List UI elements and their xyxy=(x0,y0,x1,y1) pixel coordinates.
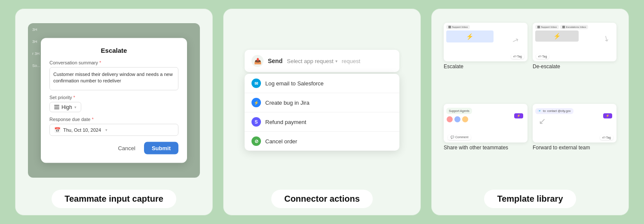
priority-label: Set priority * xyxy=(49,94,178,100)
card-label-1: Teammate input capture xyxy=(52,190,176,208)
required-asterisk-2: * xyxy=(74,94,75,100)
priority-lines-icon xyxy=(54,105,59,109)
template-item-escalate: Support Inbox ⚡ 🏷 Tag ↗ Escalate xyxy=(444,23,527,99)
priority-chevron: ▾ xyxy=(74,105,77,109)
template-thumb-forward[interactable]: 📧 to: contact @city.gov ↙ 🏷 Tag ⚡ xyxy=(533,104,616,142)
teammate-input-card: 3H 3H r 3H So... Escalate Conversation s… xyxy=(15,9,213,215)
send-icon: 📤 xyxy=(251,55,264,67)
template-item-deescalate: Support Inbox Escalations Inbox ⚡ � xyxy=(533,23,616,99)
modal-buttons: Cancel Submit xyxy=(49,142,178,154)
template-item-forward: 📧 to: contact @city.gov ↙ 🏷 Tag ⚡ Forwar… xyxy=(533,104,616,180)
template-item-share: Support Agents 💬 Comment ⚡ xyxy=(444,104,527,180)
calendar-icon: 📅 xyxy=(54,127,61,133)
card-label-3: Template library xyxy=(484,190,576,208)
avatar-3 xyxy=(462,116,469,123)
escalate-chip-support-label: Support Inbox xyxy=(452,26,468,28)
date-value: Thu, Oct 10, 2024 xyxy=(63,127,101,132)
tag-icon-escalate: 🏷 xyxy=(513,55,516,58)
card-visual-2: 📤 Send Select app request ▾ request ✉ Lo… xyxy=(232,18,412,183)
send-bar: 📤 Send Select app request ▾ request xyxy=(245,50,399,72)
template-thumb-share[interactable]: Support Agents 💬 Comment ⚡ xyxy=(444,104,527,142)
dropdown-menu: ✉ Log email to Salesforce ⚡ Create bug i… xyxy=(245,74,399,151)
tag-icon-deescalate: 🏷 xyxy=(538,55,541,58)
template-library-card: Support Inbox ⚡ 🏷 Tag ↗ Escalate xyxy=(431,9,629,215)
template-name-share: Share with other teammates xyxy=(444,145,527,151)
tag-badge-forward: 🏷 Tag xyxy=(600,135,613,140)
priority-value: High xyxy=(61,104,72,110)
forward-lightning-badge: ⚡ xyxy=(603,113,612,118)
stripe-icon: S xyxy=(251,117,261,127)
date-label: Response due date * xyxy=(49,116,178,121)
forward-lightning-icon: ⚡ xyxy=(603,113,612,118)
template-name-escalate: Escalate xyxy=(444,64,527,70)
tag-icon-forward: 🏷 xyxy=(602,136,605,139)
dropdown-item-stripe[interactable]: S Refund payment xyxy=(245,112,399,132)
select-placeholder: Select app request xyxy=(287,58,333,64)
card-visual-3: Support Inbox ⚡ 🏷 Tag ↗ Escalate xyxy=(440,18,620,183)
avatar-1 xyxy=(446,116,453,123)
dropdown-item-salesforce[interactable]: ✉ Log email to Salesforce xyxy=(245,74,399,93)
connector-visual: 📤 Send Select app request ▾ request ✉ Lo… xyxy=(232,18,412,183)
template-name-forward: Forward to external team xyxy=(533,145,616,151)
deescalate-lightning-icon: ⚡ xyxy=(553,33,561,39)
escalate-chip-support: Support Inbox xyxy=(446,25,470,29)
cancel-button[interactable]: Cancel xyxy=(113,142,140,154)
priority-badge[interactable]: High ▾ xyxy=(49,102,81,112)
share-avatars xyxy=(446,116,525,123)
deescalate-chip-support: Support Inbox xyxy=(535,25,559,29)
escalate-modal: Escalate Conversation summary * Customer… xyxy=(41,38,187,163)
jira-icon: ⚡ xyxy=(251,98,261,107)
dropdown-item-order[interactable]: ⊘ Cancel order xyxy=(245,132,399,151)
select-chevron-icon: ▾ xyxy=(335,59,337,64)
forward-chip-icon: 📧 xyxy=(538,109,542,113)
template-thumb-escalate[interactable]: Support Inbox ⚡ 🏷 Tag ↗ xyxy=(444,23,527,61)
required-asterisk: * xyxy=(99,60,101,65)
share-lightning-icon: ⚡ xyxy=(514,113,523,118)
connector-actions-card: 📤 Send Select app request ▾ request ✉ Lo… xyxy=(223,9,421,215)
send-select[interactable]: Select app request ▾ xyxy=(287,58,337,64)
order-label: Cancel order xyxy=(265,138,297,145)
escalate-lightning-icon: ⚡ xyxy=(466,33,473,40)
tag-badge-escalate: 🏷 Tag xyxy=(511,54,524,59)
escalate-background: 3H 3H r 3H So... Escalate Conversation s… xyxy=(28,23,200,178)
comment-icon: 💬 xyxy=(451,136,454,139)
card-label-2: Connector actions xyxy=(271,190,373,208)
salesforce-icon: ✉ xyxy=(251,79,261,88)
modal-title: Escalate xyxy=(49,46,178,54)
summary-label: Conversation summary * xyxy=(49,60,178,65)
send-label: Send xyxy=(268,58,282,64)
priority-row: High ▾ xyxy=(49,102,178,112)
stripe-label: Refund payment xyxy=(265,119,306,125)
tag-badge-deescalate: 🏷 Tag xyxy=(536,54,549,59)
required-asterisk-3: * xyxy=(92,116,93,121)
card-visual-1: 3H 3H r 3H So... Escalate Conversation s… xyxy=(24,18,204,183)
jira-label: Create bug in Jira xyxy=(265,100,310,106)
bg-item-1: 3H xyxy=(32,27,75,32)
dropdown-item-jira[interactable]: ⚡ Create bug in Jira xyxy=(245,93,399,112)
comment-badge: 💬 Comment xyxy=(448,135,471,140)
date-row[interactable]: 📅 Thu, Oct 10, 2024 ▾ xyxy=(49,124,178,136)
send-request-suffix: request xyxy=(342,58,360,64)
deescalate-chip-escalations: Escalations Inbox xyxy=(560,25,588,29)
template-grid: Support Inbox ⚡ 🏷 Tag ↗ Escalate xyxy=(442,21,618,181)
avatar-2 xyxy=(454,116,461,123)
escalate-thumb-box: ⚡ xyxy=(446,30,494,42)
share-lightning-badge: ⚡ xyxy=(514,113,523,118)
salesforce-label: Log email to Salesforce xyxy=(265,80,324,87)
template-name-deescalate: De-escalate xyxy=(533,64,616,70)
date-chevron: ▾ xyxy=(105,127,107,132)
forward-arrow: ↙ xyxy=(535,116,614,126)
template-thumb-deescalate[interactable]: Support Inbox Escalations Inbox ⚡ � xyxy=(533,23,616,61)
forward-contact-chip: 📧 to: contact @city.gov xyxy=(535,108,573,114)
submit-button[interactable]: Submit xyxy=(144,142,178,154)
deescalate-thumb-box: ⚡ xyxy=(535,30,579,42)
share-support-agents-chip: Support Agents xyxy=(446,108,472,114)
summary-textarea[interactable]: Customer missed their delivery window an… xyxy=(49,67,178,90)
order-icon: ⊘ xyxy=(251,136,261,146)
